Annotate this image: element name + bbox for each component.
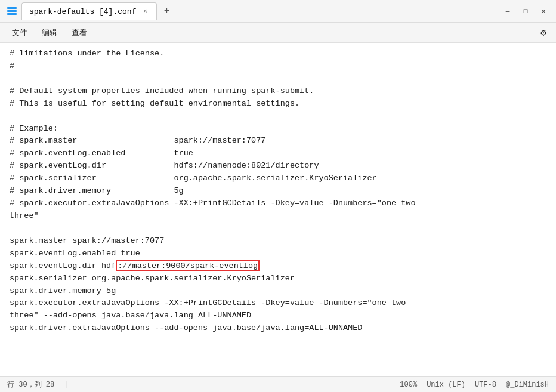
svg-rect-2 <box>7 13 17 15</box>
app-icon <box>5 4 19 18</box>
username: @_DiMinisH <box>506 381 549 389</box>
status-bar: 行 30，列 28 | 100% Unix (LF) UTF-8 @_DiMin… <box>0 376 556 392</box>
editor-container: # limitations under the License. # # Def… <box>0 43 556 376</box>
menu-edit[interactable]: 编辑 <box>35 25 64 41</box>
window-controls: — □ ✕ <box>500 5 551 18</box>
svg-rect-0 <box>7 7 17 9</box>
line-ending: Unix (LF) <box>427 381 465 389</box>
settings-icon[interactable]: ⚙ <box>536 24 551 41</box>
file-tab[interactable]: spark-defaults [4].conf × <box>21 2 157 20</box>
add-tab-button[interactable]: + <box>159 4 174 18</box>
editor-content[interactable]: # limitations under the License. # # Def… <box>0 43 556 376</box>
menu-view[interactable]: 查看 <box>64 25 94 41</box>
tab-label: spark-defaults [4].conf <box>29 7 136 16</box>
tab-close-button[interactable]: × <box>141 7 149 16</box>
tab-area: spark-defaults [4].conf × + <box>21 2 500 20</box>
title-bar: spark-defaults [4].conf × + — □ ✕ <box>0 0 556 23</box>
zoom-percent: 100% <box>400 381 417 389</box>
cursor-position: 行 30，列 28 <box>7 379 54 390</box>
minimize-button[interactable]: — <box>500 5 515 18</box>
status-right: 100% Unix (LF) UTF-8 @_DiMinisH <box>400 381 549 389</box>
maximize-button[interactable]: □ <box>518 5 533 18</box>
menu-file[interactable]: 文件 <box>5 25 35 41</box>
encoding: UTF-8 <box>475 381 496 389</box>
code-content: # limitations under the License. # # Def… <box>0 48 556 335</box>
menu-bar: 文件 编辑 查看 ⚙ <box>0 23 556 43</box>
title-bar-left: spark-defaults [4].conf × + <box>5 2 500 20</box>
highlighted-url: ://master:9000/spark-eventlog <box>116 260 260 271</box>
close-button[interactable]: ✕ <box>536 5 551 18</box>
svg-rect-1 <box>7 10 17 12</box>
